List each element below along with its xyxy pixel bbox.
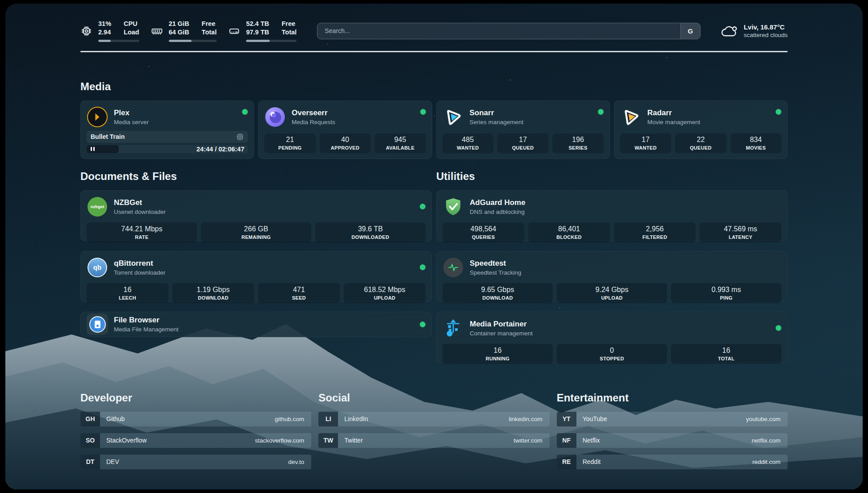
section-title-utilities: Utilities [436,170,788,183]
card-overseerr[interactable]: Overseerr Media Requests 21PENDING 40APP… [258,100,432,159]
status-dot [420,264,426,270]
stat-tile: 1.19 GbpsDOWNLOAD [172,283,254,303]
cpu-stat-widget: 31% 2.94 CPU Load [80,20,139,42]
link-label: Reddit [583,458,601,465]
disk-stat-widget: 52.4 TB 97.9 TB Free Total [228,20,296,42]
developer-section: Developer GH Github github.com SO StackO… [80,391,311,469]
nzbget-icon: nzbget [87,196,108,217]
ram-progress-bar [169,40,217,42]
app-desc: Series management [470,119,592,125]
disk-total-value: 97.9 TB [246,28,269,37]
link-url: dev.to [288,459,305,465]
search-engine-button[interactable]: G [680,23,700,39]
card-sonarr[interactable]: Sonarr Series management 485WANTED 17QUE… [436,100,610,159]
app-title: Plex [114,109,236,117]
card-plex[interactable]: Plex Media server Bullet Train [80,100,254,159]
section-title-documents: Documents & Files [80,170,432,183]
link-reddit[interactable]: RE Reddit reddit.com [557,455,788,469]
ram-total-value: 64 GiB [169,28,189,37]
stat-tile: 39.6 TBDOWNLOADED [315,222,426,242]
link-dev[interactable]: DT DEV dev.to [80,455,311,469]
link-prefix: GH [80,412,100,426]
link-netflix[interactable]: NF Netflix netflix.com [557,433,788,448]
stat-tile: 0STOPPED [557,344,667,364]
pause-icon[interactable] [91,147,95,151]
status-dot [776,109,781,115]
stat-tile: 618.52 MbpsUPLOAD [344,283,426,303]
stat-tile: 40APPROVED [320,134,371,153]
app-title: NZBGet [114,198,414,207]
search-input[interactable] [317,23,680,39]
link-url: netflix.com [751,437,780,444]
app-desc: Usenet downloader [114,209,414,215]
card-speedtest[interactable]: Speedtest Speedtest Tracking 9.65 GbpsDO… [436,251,788,302]
link-label: DEV [106,458,119,465]
stat-tile: 485WANTED [442,134,493,153]
stat-tile: 744.21 MbpsRATE [87,222,197,242]
stat-tile: 266 GBREMAINING [201,222,311,242]
stat-tile: 17WANTED [620,134,671,153]
camera-icon[interactable] [236,133,244,141]
disk-progress-bar [246,40,296,42]
card-qbittorrent[interactable]: qb qBittorrent Torrent downloader 16LEEC… [80,251,432,302]
stat-tile: 16TOTAL [671,344,781,364]
link-youtube[interactable]: YT YouTube youtube.com [557,412,788,426]
app-title: Radarr [647,109,770,117]
app-desc: DNS and adblocking [470,209,781,215]
section-title-social: Social [318,391,549,405]
card-portainer[interactable]: Media Portainer Container management 16R… [436,312,788,363]
top-bar: 31% 2.94 CPU Load [80,17,788,45]
stat-tile: 22QUEUED [675,134,726,153]
utilities-column: AdGuard Home DNS and adblocking 498,564Q… [436,190,788,363]
link-prefix: YT [557,412,576,426]
card-nzbget[interactable]: nzbget NZBGet Usenet downloader 744.21 M… [80,190,432,241]
disk-free-value: 52.4 TB [246,20,269,28]
playback-time: 24:44 / 02:06:47 [196,146,248,153]
cpu-load-label: Load [124,28,139,37]
link-label: StackOverflow [106,437,146,444]
card-adguard[interactable]: AdGuard Home DNS and adblocking 498,564Q… [436,190,788,241]
stat-tile: 498,564QUERIES [442,222,524,242]
section-title-media: Media [80,80,788,93]
link-prefix: TW [318,433,338,448]
stat-tile: 17QUEUED [497,134,548,153]
stat-tile: 9.65 GbpsDOWNLOAD [442,283,553,303]
app-desc: Container management [470,330,770,337]
adguard-icon [442,196,464,217]
link-github[interactable]: GH Github github.com [80,412,311,426]
status-dot [776,325,781,331]
status-dot [598,109,604,115]
weather-widget[interactable]: Lviv, 16.87°C scattered clouds [720,23,788,38]
section-title-entertainment: Entertainment [557,391,788,405]
link-label: Twitter [344,437,363,444]
stat-tile: 0.993 msPING [671,283,781,303]
speedtest-icon [442,257,464,278]
playback-progress-bar[interactable]: 24:44 / 02:06:47 [87,145,248,153]
link-linkedin[interactable]: LI LinkedIn linkedin.com [318,412,549,426]
stat-tile: 834MOVIES [730,134,781,153]
plex-icon [87,106,108,128]
app-title: Speedtest [470,259,781,268]
status-dot [420,204,426,209]
cloud-icon [720,23,738,38]
stat-tile: 47.569 msLATENCY [700,222,781,242]
disk-total-label: Total [282,28,297,37]
link-stackoverflow[interactable]: SO StackOverflow stackoverflow.com [80,433,311,448]
app-desc: Media server [114,119,236,125]
link-twitter[interactable]: TW Twitter twitter.com [318,433,549,448]
status-dot [420,322,426,327]
link-label: LinkedIn [344,415,368,422]
cpu-load-value: 2.94 [98,28,111,37]
ram-stat-widget: 21 GiB 64 GiB Free Total [151,20,217,42]
section-title-developer: Developer [80,391,311,405]
stat-tile: 471SEED [258,283,340,303]
app-desc: Torrent downloader [114,269,414,276]
disk-free-label: Free [282,20,297,28]
entertainment-section: Entertainment YT YouTube youtube.com NF … [557,391,788,469]
app-title: AdGuard Home [470,198,781,207]
card-radarr[interactable]: Radarr Movie management 17WANTED 22QUEUE… [614,100,788,159]
card-filebrowser[interactable]: File Browser Media File Management [80,312,432,337]
stat-tile: 16RUNNING [442,344,553,364]
app-desc: Speedtest Tracking [470,269,781,276]
stat-tile: 2,956FILTERED [614,222,696,242]
